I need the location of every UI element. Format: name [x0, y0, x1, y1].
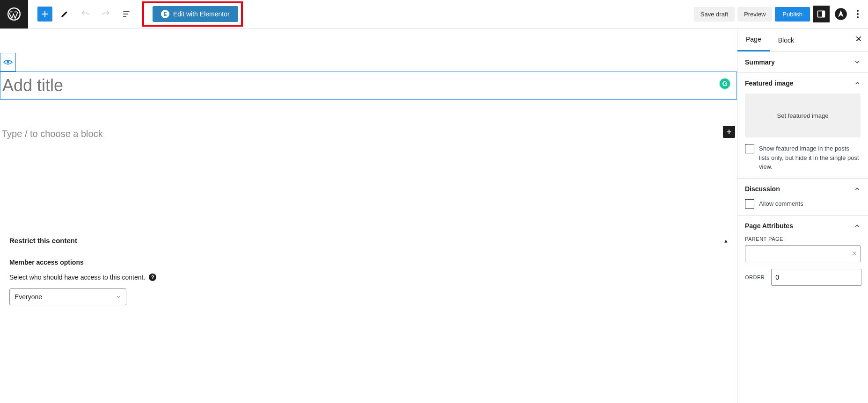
content-block[interactable]: Type / to choose a block [0, 128, 737, 140]
order-label: ORDER [745, 274, 765, 280]
close-icon [855, 35, 862, 43]
add-block-inline-button[interactable] [723, 126, 735, 138]
featured-image-header[interactable]: Featured image [745, 79, 861, 87]
svg-point-5 [857, 13, 859, 15]
plus-icon [726, 129, 732, 135]
restrict-header[interactable]: Restrict this content ▴ [9, 237, 728, 245]
top-toolbar: E Edit with Elementor Save draft Preview… [0, 0, 868, 29]
allow-comments-checkbox[interactable] [745, 199, 754, 209]
content-placeholder: Type / to choose a block [2, 129, 103, 139]
wordpress-icon [7, 7, 21, 21]
page-title-input[interactable] [2, 76, 735, 95]
astra-button[interactable] [832, 6, 849, 22]
elementor-icon: E [161, 10, 169, 18]
discussion-title: Discussion [745, 185, 780, 193]
summary-title: Summary [745, 58, 775, 66]
edit-with-elementor-button[interactable]: E Edit with Elementor [153, 6, 238, 22]
publish-button[interactable]: Publish [775, 7, 810, 22]
order-input[interactable] [771, 269, 861, 286]
pencil-icon [60, 9, 69, 19]
document-outline-button[interactable] [118, 6, 135, 22]
discussion-panel: Discussion Allow comments [737, 179, 868, 216]
title-block: G [0, 72, 737, 100]
page-attributes-header[interactable]: Page Attributes [745, 222, 861, 230]
toolbar-right: Save draft Preview Publish [694, 6, 863, 22]
parent-page-input[interactable]: ✕ [745, 245, 861, 262]
edit-tool-button[interactable] [56, 6, 73, 22]
discussion-header[interactable]: Discussion [745, 185, 861, 193]
save-draft-button[interactable]: Save draft [694, 7, 735, 22]
restrict-description: Select who should have access to this co… [9, 273, 145, 281]
chevron-down-icon [116, 294, 121, 300]
chevron-down-icon [854, 59, 861, 65]
tab-page[interactable]: Page [737, 29, 770, 51]
settings-sidebar: Page Block Summary Featured image Set fe… [737, 29, 868, 403]
featured-image-panel: Featured image Set featured image Show f… [737, 73, 868, 179]
allow-comments-label: Allow comments [759, 199, 803, 209]
add-block-button[interactable] [37, 7, 52, 22]
elementor-label: Edit with Elementor [173, 10, 230, 18]
member-access-subtitle: Member access options [9, 259, 728, 266]
collapse-up-icon: ▴ [724, 237, 728, 244]
editor-canvas: G Type / to choose a block Restrict this… [0, 29, 737, 403]
featured-image-hide-checkbox[interactable] [745, 144, 754, 153]
sidebar-tabs: Page Block [737, 29, 868, 52]
sidebar-icon [817, 9, 826, 19]
redo-icon [101, 9, 110, 19]
elementor-highlight-box: E Edit with Elementor [142, 1, 243, 27]
svg-rect-2 [822, 11, 825, 17]
access-select[interactable]: Everyone [9, 288, 126, 305]
clear-parent-icon[interactable]: ✕ [852, 250, 857, 257]
restrict-description-row: Select who should have access to this co… [9, 273, 728, 281]
options-menu-button[interactable] [852, 6, 863, 22]
plus-icon [41, 10, 49, 18]
visibility-tab[interactable] [0, 53, 16, 72]
astra-icon [834, 7, 847, 21]
restrict-content-panel: Restrict this content ▴ Member access op… [0, 229, 737, 313]
chevron-up-icon [854, 80, 861, 86]
grammarly-icon[interactable]: G [719, 78, 731, 90]
svg-point-7 [7, 61, 9, 64]
set-featured-image-button[interactable]: Set featured image [745, 94, 861, 137]
preview-button[interactable]: Preview [737, 7, 772, 22]
parent-page-label: PARENT PAGE: [745, 236, 861, 242]
chevron-up-icon [854, 223, 861, 229]
settings-panel-toggle[interactable] [813, 6, 830, 22]
page-attributes-panel: Page Attributes PARENT PAGE: ✕ ORDER [737, 216, 868, 292]
summary-header[interactable]: Summary [745, 58, 861, 66]
featured-image-title: Featured image [745, 79, 793, 87]
summary-panel: Summary [737, 52, 868, 73]
chevron-up-icon [854, 186, 861, 192]
wordpress-logo[interactable] [0, 0, 28, 29]
svg-point-4 [857, 10, 859, 12]
kebab-icon [857, 10, 859, 18]
eye-icon [3, 59, 13, 65]
featured-image-checkbox-label: Show featured image in the posts lists o… [759, 144, 861, 172]
toolbar-left: E Edit with Elementor [28, 1, 243, 27]
svg-point-6 [857, 16, 859, 18]
restrict-title: Restrict this content [9, 237, 77, 245]
help-icon[interactable]: ? [149, 273, 156, 281]
tab-block[interactable]: Block [770, 29, 802, 51]
undo-button[interactable] [77, 6, 94, 22]
close-sidebar-button[interactable] [855, 35, 862, 43]
main-layout: G Type / to choose a block Restrict this… [0, 29, 868, 403]
access-select-value: Everyone [15, 293, 42, 301]
page-attributes-title: Page Attributes [745, 222, 793, 230]
undo-icon [80, 9, 90, 19]
outline-icon [122, 9, 131, 19]
redo-button[interactable] [97, 6, 114, 22]
